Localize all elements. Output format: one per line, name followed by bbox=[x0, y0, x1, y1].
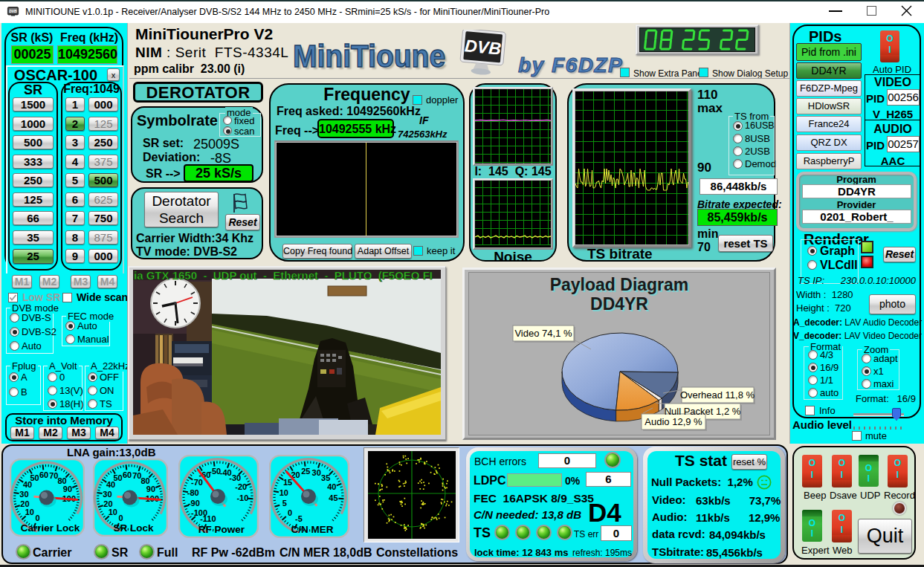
svg-text:40: 40 bbox=[327, 482, 336, 491]
svg-text:0: 0 bbox=[36, 513, 40, 522]
svg-text:60: 60 bbox=[123, 470, 132, 479]
svg-text:25: 25 bbox=[301, 467, 310, 476]
svg-text:DVB: DVB bbox=[9, 10, 17, 13]
svg-text:60: 60 bbox=[39, 470, 48, 479]
svg-text:50: 50 bbox=[113, 473, 122, 482]
svg-text:20: 20 bbox=[20, 499, 29, 508]
svg-text:50: 50 bbox=[30, 473, 39, 482]
svg-text:DVB: DVB bbox=[464, 36, 502, 58]
svg-text:Carrier Lock: Carrier Lock bbox=[21, 522, 80, 534]
svg-text:-5: -5 bbox=[295, 514, 303, 523]
svg-text:SR Lock: SR Lock bbox=[113, 522, 154, 534]
svg-text:Video 74,1 %: Video 74,1 % bbox=[514, 328, 572, 339]
svg-text:10: 10 bbox=[25, 508, 34, 516]
svg-text:90: 90 bbox=[63, 485, 72, 493]
svg-text:30: 30 bbox=[103, 490, 112, 499]
svg-text:-10: -10 bbox=[236, 493, 248, 502]
svg-text:90: 90 bbox=[146, 485, 155, 493]
svg-text:-20: -20 bbox=[235, 482, 247, 491]
svg-text:-30: -30 bbox=[229, 473, 241, 482]
svg-text:20: 20 bbox=[103, 499, 112, 508]
svg-text:-90: -90 bbox=[188, 499, 200, 508]
svg-text:0: 0 bbox=[288, 508, 292, 517]
svg-text:30: 30 bbox=[19, 490, 28, 499]
svg-text:0: 0 bbox=[119, 513, 123, 522]
svg-text:-100: -100 bbox=[191, 508, 207, 517]
svg-text:-80: -80 bbox=[187, 488, 199, 497]
svg-text:35: 35 bbox=[321, 473, 330, 482]
svg-text:Audio 12,9 %: Audio 12,9 % bbox=[644, 416, 702, 427]
svg-text:Overhead 11,8 %: Overhead 11,8 % bbox=[680, 389, 755, 401]
svg-text:RF Power: RF Power bbox=[198, 524, 245, 535]
svg-text:45: 45 bbox=[329, 493, 337, 502]
svg-text:30: 30 bbox=[312, 468, 321, 477]
svg-text:5: 5 bbox=[282, 499, 287, 508]
svg-text:10: 10 bbox=[109, 508, 117, 516]
svg-text:10: 10 bbox=[280, 488, 288, 497]
svg-text:C/N MER: C/N MER bbox=[291, 524, 334, 535]
svg-text:Null Packet 1,2 %: Null Packet 1,2 % bbox=[665, 406, 741, 417]
svg-text:ia GTX 1650 - UDP out - Et: ia GTX 1650 - UDP out - Ethernet - PLUTO… bbox=[134, 270, 433, 282]
